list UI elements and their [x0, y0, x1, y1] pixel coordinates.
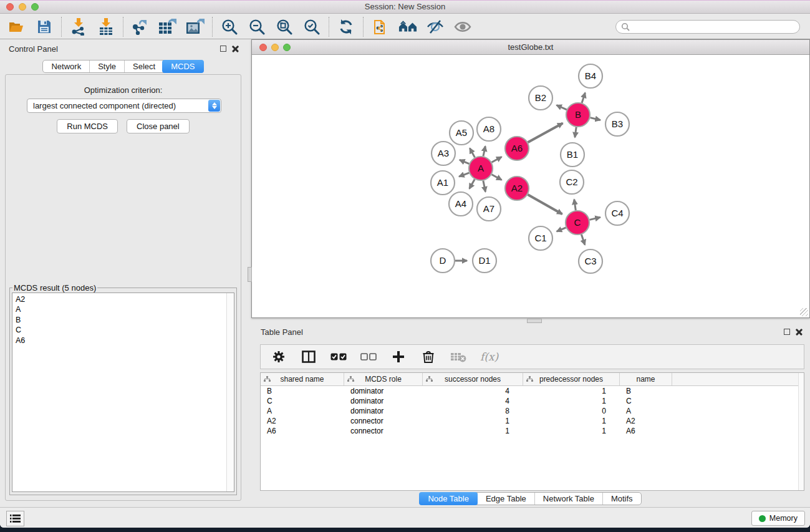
close-table-panel-icon[interactable] [796, 328, 803, 335]
graph-node-C[interactable]: C [566, 211, 589, 235]
table-cell[interactable]: A2 [620, 416, 672, 426]
table-row[interactable]: Bdominator41B [261, 386, 804, 396]
refresh-icon[interactable] [337, 17, 355, 36]
graph-edge-A-A3[interactable] [460, 160, 469, 163]
graph-edge-B-B4[interactable] [582, 93, 585, 103]
table-scrollbar[interactable] [798, 373, 804, 490]
table-row[interactable]: Cdominator41C [261, 396, 804, 406]
table-cell[interactable]: A [261, 406, 344, 416]
graph-edge-A-A6[interactable] [492, 157, 502, 163]
table-cell[interactable]: A [620, 406, 672, 416]
graph-edge-A-A8[interactable] [483, 146, 485, 156]
graph-node-A1[interactable]: A1 [431, 171, 455, 195]
resize-gripper-icon[interactable] [800, 308, 808, 316]
table-cell[interactable]: 1 [523, 396, 620, 406]
show-all-icon[interactable] [453, 17, 472, 36]
import-table-icon[interactable] [97, 17, 115, 36]
graph-node-B4[interactable]: B4 [579, 64, 602, 88]
table-row[interactable]: A6connector11A6 [261, 426, 804, 436]
tab-mcds[interactable]: MCDS [162, 60, 203, 73]
fit-content-icon[interactable] [275, 17, 294, 36]
table-cell[interactable]: dominator [344, 406, 423, 416]
graph-node-A[interactable]: A [469, 157, 493, 180]
open-file-icon[interactable] [7, 17, 26, 36]
select-all-rows-icon[interactable] [330, 349, 347, 365]
optimization-criterion-select[interactable]: largest connected component (directed) [27, 99, 221, 113]
graph-edge-A-A4[interactable] [470, 179, 475, 188]
column-header-shared-name[interactable]: shared name [261, 373, 344, 385]
graph-node-C2[interactable]: C2 [560, 170, 584, 194]
table-cell[interactable]: 1 [523, 426, 620, 436]
task-history-button[interactable] [6, 511, 24, 526]
table-cell[interactable]: connector [344, 416, 423, 426]
graph-edge-B-B2[interactable] [557, 105, 567, 110]
close-panel-button[interactable]: Close panel [127, 119, 190, 133]
memory-button[interactable]: Memory [751, 511, 805, 526]
mcds-result-item[interactable]: A2 [16, 294, 234, 304]
table-cell[interactable]: dominator [344, 396, 423, 406]
graph-node-A4[interactable]: A4 [449, 192, 473, 216]
table-cell[interactable]: A6 [620, 426, 672, 436]
tab-style[interactable]: Style [89, 60, 124, 72]
graph-node-D1[interactable]: D1 [473, 249, 496, 273]
export-image-icon[interactable] [186, 17, 205, 36]
graph-node-A2[interactable]: A2 [505, 177, 529, 200]
graph-node-A8[interactable]: A8 [477, 117, 501, 141]
table-cell[interactable]: 1 [523, 386, 620, 396]
tab-node-table[interactable]: Node Table [419, 492, 478, 505]
graph-node-A3[interactable]: A3 [432, 142, 455, 165]
mcds-result-list[interactable]: A2ABCA6 [12, 293, 234, 492]
graph-node-A7[interactable]: A7 [477, 197, 501, 221]
tab-network[interactable]: Network [43, 60, 89, 72]
table-options-gear-icon[interactable] [271, 349, 287, 365]
graph-edge-C-C3[interactable] [581, 235, 585, 245]
table-cell[interactable]: dominator [344, 386, 423, 396]
graph-node-A6[interactable]: A6 [505, 137, 529, 160]
table-cell[interactable]: 4 [423, 396, 523, 406]
network-window-titlebar[interactable]: testGlobe.txt [252, 40, 809, 55]
save-session-icon[interactable] [35, 17, 54, 36]
graph-node-C3[interactable]: C3 [579, 249, 602, 273]
graph-edge-B-B3[interactable] [591, 118, 600, 120]
graph-edge-A-A7[interactable] [483, 181, 486, 192]
graph-node-A5[interactable]: A5 [450, 121, 473, 145]
zoom-in-icon[interactable] [220, 17, 239, 36]
column-header-MCDS-role[interactable]: MCDS role [344, 373, 423, 385]
show-column-icon[interactable] [301, 349, 317, 365]
delete-table-icon[interactable] [450, 349, 466, 365]
network-canvas[interactable]: B4B2BB3A8A5A6B1A3AC2A1A2A4A7C4CC1C3DD1 [252, 56, 809, 317]
export-network-icon[interactable] [131, 17, 150, 36]
table-cell[interactable]: 1 [523, 416, 620, 426]
graph-edge-A-A1[interactable] [459, 173, 469, 177]
graph-node-B[interactable]: B [566, 103, 590, 127]
table-cell[interactable]: B [261, 386, 344, 396]
table-cell[interactable]: 1 [423, 416, 523, 426]
close-panel-icon[interactable] [232, 45, 239, 52]
create-column-icon[interactable] [390, 349, 407, 365]
mcds-result-item[interactable]: A6 [16, 336, 234, 346]
table-row[interactable]: A2connector11A2 [261, 416, 804, 426]
float-table-panel-icon[interactable] [784, 329, 790, 335]
graph-edge-C-C4[interactable] [590, 217, 600, 220]
graph-edge-A2-C[interactable] [528, 195, 562, 214]
mcds-result-item[interactable]: C [16, 325, 234, 335]
graph-node-B2[interactable]: B2 [529, 86, 552, 110]
tab-select[interactable]: Select [124, 60, 163, 72]
splitter-handle-horizontal[interactable] [527, 319, 542, 323]
splitter-handle-vertical[interactable] [248, 267, 252, 282]
graph-edge-B-B1[interactable] [575, 127, 576, 138]
hide-selected-icon[interactable] [426, 17, 445, 36]
first-neighbors-icon[interactable] [398, 17, 417, 36]
table-cell[interactable]: 0 [523, 406, 620, 416]
new-network-from-selection-icon[interactable] [371, 17, 390, 36]
tab-edge-table[interactable]: Edge Table [477, 493, 534, 505]
column-header-predecessor-nodes[interactable]: predecessor nodes [523, 373, 620, 385]
table-cell[interactable]: C [261, 396, 344, 406]
graph-edge-C-C2[interactable] [574, 200, 576, 211]
zoom-out-icon[interactable] [248, 17, 266, 36]
table-cell[interactable]: C [620, 396, 672, 406]
graph-edge-C-C1[interactable] [557, 228, 566, 231]
graph-edge-A6-B[interactable] [528, 123, 563, 143]
mcds-result-item[interactable]: A [16, 304, 234, 314]
search-field[interactable] [615, 20, 800, 34]
